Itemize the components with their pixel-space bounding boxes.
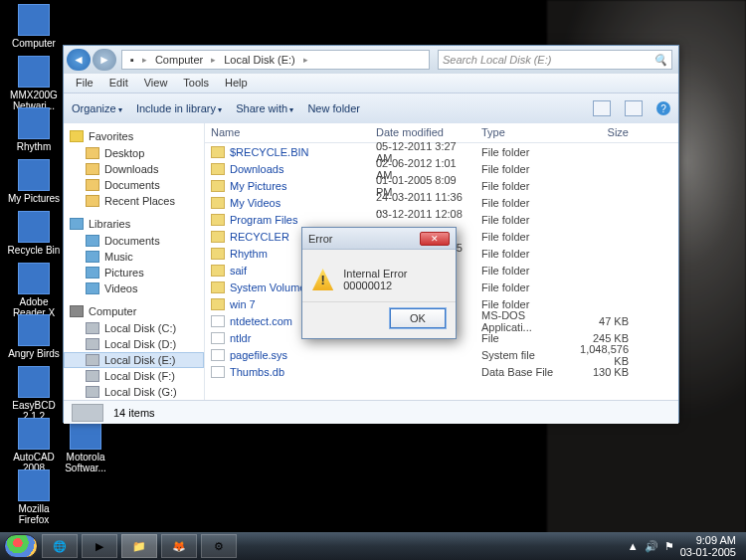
file-type: File folder bbox=[475, 180, 565, 192]
col-size[interactable]: Size bbox=[565, 123, 635, 142]
file-type: File folder bbox=[475, 146, 565, 158]
taskbar-ie[interactable]: 🌐 bbox=[42, 534, 78, 558]
nav-item[interactable]: Pictures bbox=[64, 265, 204, 280]
nav-item[interactable]: Videos bbox=[64, 280, 204, 296]
volume-icon[interactable]: 🔊 bbox=[645, 540, 658, 553]
folder-icon bbox=[211, 214, 225, 226]
icon-label: My Pictures bbox=[6, 193, 62, 204]
organize-button[interactable]: Organize bbox=[72, 102, 122, 114]
search-input[interactable]: Search Local Disk (E:) 🔍 bbox=[438, 50, 672, 70]
menu-file[interactable]: File bbox=[68, 74, 101, 93]
desktop-icon[interactable]: Angry Birds bbox=[6, 314, 62, 359]
nav-libraries[interactable]: Libraries bbox=[64, 215, 204, 233]
nav-drive[interactable]: Local Disk (G:) bbox=[64, 384, 204, 400]
icon-label: Motorola Softwar... bbox=[58, 452, 113, 473]
nav-item[interactable]: Documents bbox=[64, 177, 204, 193]
desktop-icon[interactable]: Mozilla Firefox bbox=[6, 469, 62, 525]
folder-icon bbox=[86, 322, 99, 334]
app-icon bbox=[18, 263, 50, 294]
taskbar-wmp[interactable]: ▶ bbox=[82, 534, 117, 558]
file-row[interactable]: Thumbs.dbData Base File130 KB bbox=[205, 363, 678, 380]
tray-arrow-icon[interactable]: ▲ bbox=[628, 540, 639, 552]
menubar: FileEditViewToolsHelp bbox=[64, 74, 678, 93]
folder-icon bbox=[86, 163, 99, 175]
folder-icon bbox=[86, 179, 99, 191]
search-icon[interactable]: 🔍 bbox=[653, 54, 667, 67]
desktop-icon[interactable]: Rhythm bbox=[6, 107, 62, 152]
nav-item[interactable]: Downloads bbox=[64, 161, 204, 177]
breadcrumb-drive[interactable]: Local Disk (E:) bbox=[220, 54, 299, 66]
breadcrumb-computer[interactable]: Computer bbox=[151, 54, 207, 66]
menu-help[interactable]: Help bbox=[217, 74, 256, 93]
file-icon bbox=[211, 349, 225, 361]
system-tray[interactable]: ▲ 🔊 ⚑ 9:09 AM 03-01-2005 bbox=[628, 534, 742, 558]
start-button[interactable] bbox=[4, 534, 38, 558]
taskbar[interactable]: 🌐 ▶ 📁 🦊 ⚙ ▲ 🔊 ⚑ 9:09 AM 03-01-2005 bbox=[0, 532, 746, 560]
file-name: Program Files bbox=[230, 214, 297, 226]
nav-drive[interactable]: Local Disk (D:) bbox=[64, 336, 204, 352]
folder-icon bbox=[86, 354, 99, 366]
desktop-icon[interactable]: Adobe Reader X bbox=[6, 263, 62, 318]
taskbar-app[interactable]: ⚙ bbox=[201, 534, 237, 558]
preview-pane-button[interactable] bbox=[625, 100, 643, 116]
dialog-titlebar[interactable]: Error ✕ bbox=[302, 228, 456, 250]
menu-view[interactable]: View bbox=[136, 74, 176, 93]
file-name: Thumbs.db bbox=[230, 366, 284, 378]
breadcrumb[interactable]: ▪ ▸ Computer ▸ Local Disk (E:) ▸ bbox=[121, 50, 430, 70]
desktop-icon[interactable]: EasyBCD 2.1.2 bbox=[6, 366, 62, 422]
taskbar-firefox[interactable]: 🦊 bbox=[161, 534, 197, 558]
nav-drive[interactable]: Local Disk (F:) bbox=[64, 368, 204, 384]
share-button[interactable]: Share with bbox=[236, 102, 293, 114]
nav-item[interactable]: Music bbox=[64, 249, 204, 265]
nav-item[interactable]: Documents bbox=[64, 233, 204, 249]
drive-icon bbox=[72, 404, 103, 422]
include-library-button[interactable]: Include in library bbox=[136, 102, 222, 114]
file-size: 1,048,576 KB bbox=[565, 343, 635, 367]
menu-tools[interactable]: Tools bbox=[175, 74, 217, 93]
nav-favorites[interactable]: Favorites bbox=[64, 127, 204, 145]
nav-pane: FavoritesDesktopDownloadsDocumentsRecent… bbox=[64, 123, 205, 400]
col-type[interactable]: Type bbox=[475, 123, 565, 142]
help-icon[interactable]: ? bbox=[656, 101, 670, 115]
file-type: File folder bbox=[475, 163, 565, 175]
file-name: win 7 bbox=[230, 298, 256, 310]
desktop-icon[interactable]: Motorola Softwar... bbox=[58, 418, 113, 473]
nav-computer[interactable]: Computer bbox=[64, 302, 204, 320]
network-icon[interactable]: ⚑ bbox=[664, 540, 674, 553]
nav-drive[interactable]: Local Disk (C:) bbox=[64, 320, 204, 336]
desktop-icon[interactable]: My Pictures bbox=[6, 159, 62, 204]
folder-icon bbox=[86, 267, 99, 279]
folder-icon bbox=[86, 251, 99, 263]
desktop-icon[interactable]: AutoCAD 2008 bbox=[6, 418, 62, 473]
folder-icon bbox=[86, 235, 99, 247]
desktop-icon[interactable]: Computer bbox=[6, 4, 62, 49]
nav-drive[interactable]: Local Disk (E:) bbox=[64, 352, 204, 368]
desktop-icon[interactable]: Recycle Bin bbox=[6, 211, 62, 256]
nav-item[interactable]: Recent Places bbox=[64, 193, 204, 209]
folder-icon bbox=[86, 370, 99, 382]
clock[interactable]: 9:09 AM 03-01-2005 bbox=[680, 534, 736, 558]
file-name: Downloads bbox=[230, 163, 283, 175]
clock-time: 9:09 AM bbox=[680, 534, 736, 546]
file-row[interactable]: pagefile.sysSystem file1,048,576 KB bbox=[205, 346, 678, 363]
menu-edit[interactable]: Edit bbox=[101, 74, 136, 93]
app-icon bbox=[18, 418, 50, 450]
back-button[interactable]: ◄ bbox=[67, 49, 91, 71]
nav-item[interactable]: Desktop bbox=[64, 145, 204, 161]
forward-button[interactable]: ► bbox=[93, 49, 116, 71]
folder-icon bbox=[211, 298, 225, 310]
folder-icon bbox=[86, 282, 99, 294]
desktop-icon[interactable]: MMX200G Netwari... bbox=[6, 56, 62, 111]
file-type: System file bbox=[475, 349, 565, 361]
icon-label: Recycle Bin bbox=[6, 245, 62, 256]
titlebar[interactable]: ◄ ► ▪ ▸ Computer ▸ Local Disk (E:) ▸ Sea… bbox=[64, 46, 678, 74]
file-type: File bbox=[475, 332, 565, 344]
icon-label: Rhythm bbox=[6, 141, 62, 152]
new-folder-button[interactable]: New folder bbox=[307, 102, 360, 114]
view-button[interactable] bbox=[593, 100, 611, 116]
col-name[interactable]: Name bbox=[205, 123, 370, 142]
nav-libraries-icon bbox=[70, 218, 84, 230]
ok-button[interactable]: OK bbox=[390, 308, 446, 328]
taskbar-explorer[interactable]: 📁 bbox=[121, 534, 157, 558]
close-button[interactable]: ✕ bbox=[420, 232, 450, 246]
